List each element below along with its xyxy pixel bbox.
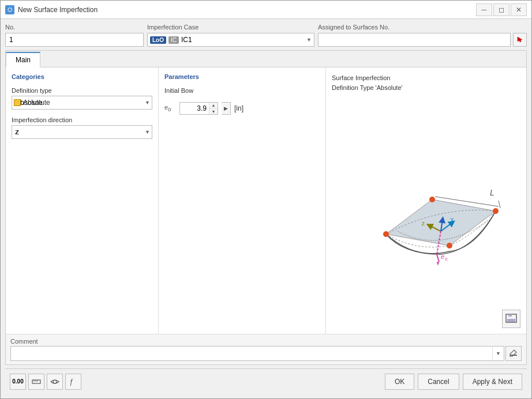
footer-actions: OK Cancel Apply & Next bbox=[385, 374, 522, 390]
categories-panel: Categories Definition type Absolute ▼ Ab… bbox=[6, 67, 159, 334]
comment-input-area: ▼ bbox=[10, 346, 522, 361]
apply-next-button[interactable]: Apply & Next bbox=[463, 374, 522, 390]
window-title: New Surface Imperfection bbox=[18, 6, 476, 14]
assigned-label: Assigned to Surfaces No. bbox=[318, 24, 527, 31]
edit-icon bbox=[509, 349, 518, 357]
svg-text:e: e bbox=[441, 253, 444, 260]
svg-text:z: z bbox=[422, 220, 425, 227]
definition-type-label: Definition type bbox=[12, 87, 152, 94]
diagram-line2: Definition Type 'Absolute' bbox=[332, 83, 520, 93]
svg-text:L: L bbox=[490, 188, 494, 197]
svg-text:y: y bbox=[451, 216, 454, 223]
e0-spinners: ▲ ▼ bbox=[209, 103, 218, 114]
diagram-image: L y z e 0 bbox=[332, 97, 520, 307]
svg-rect-22 bbox=[32, 380, 40, 383]
title-bar: ⬡ New Surface Imperfection ─ ◻ ✕ bbox=[1, 1, 531, 19]
svg-point-1 bbox=[383, 231, 389, 237]
imperfection-direction-label: Imperfection direction bbox=[12, 116, 152, 123]
tab-bar: Main bbox=[6, 51, 526, 67]
diagram-panel: Surface Imperfection Definition Type 'Ab… bbox=[326, 67, 526, 334]
svg-rect-19 bbox=[507, 319, 515, 322]
e0-spin-down[interactable]: ▼ bbox=[209, 108, 218, 114]
assigned-input[interactable] bbox=[318, 33, 511, 47]
imperfection-direction-wrapper: x y z ▼ z bbox=[12, 125, 152, 139]
e0-input-wrapper: ▲ ▼ bbox=[179, 102, 218, 115]
cursor-icon bbox=[516, 36, 524, 44]
ok-button[interactable]: OK bbox=[385, 374, 414, 390]
comment-dropdown-button[interactable]: ▼ bbox=[492, 347, 504, 360]
diagram-save-button[interactable] bbox=[502, 310, 520, 328]
main-content: No. Imperfection Case LoO IC IC1 ▼ Assig… bbox=[1, 19, 531, 398]
imperfection-case-dropdown[interactable]: LoO IC IC1 ▼ bbox=[147, 33, 314, 47]
initial-bow-label: Initial Bow bbox=[164, 87, 320, 94]
svg-text:0: 0 bbox=[445, 257, 448, 262]
e0-label: e0 bbox=[164, 104, 176, 112]
svg-point-4 bbox=[447, 243, 452, 249]
footer-bar: 0.00 bbox=[5, 368, 527, 394]
assigned-group: Assigned to Surfaces No. bbox=[318, 24, 527, 47]
svg-marker-15 bbox=[437, 262, 439, 266]
e0-arrow-button[interactable]: ▶ bbox=[222, 102, 231, 115]
definition-type-wrapper: Absolute ▼ Absolute bbox=[12, 96, 152, 110]
e0-unit: [in] bbox=[234, 104, 243, 112]
imperfection-diagram-svg: L y z e 0 bbox=[351, 136, 501, 269]
comment-edit-button[interactable] bbox=[505, 346, 522, 361]
ruler-icon bbox=[31, 377, 42, 387]
coordinates-icon: 0.00 bbox=[12, 378, 23, 385]
svg-point-2 bbox=[429, 197, 435, 202]
e0-spin-up[interactable]: ▲ bbox=[209, 103, 218, 108]
comment-label: Comment bbox=[10, 338, 522, 345]
e0-row: e0 ▲ ▼ ▶ [in] bbox=[164, 102, 320, 115]
parameters-title: Parameters bbox=[164, 73, 320, 80]
ruler-button[interactable] bbox=[28, 374, 44, 390]
e0-input[interactable] bbox=[180, 103, 209, 114]
assigned-clear-button[interactable] bbox=[513, 33, 527, 47]
diagram-line1: Surface Imperfection bbox=[332, 73, 520, 83]
close-button[interactable]: ✕ bbox=[511, 3, 527, 16]
diagram-text: Surface Imperfection Definition Type 'Ab… bbox=[332, 73, 520, 92]
imperfection-direction-select[interactable]: x y z bbox=[12, 125, 152, 139]
svg-line-6 bbox=[499, 201, 500, 208]
no-input[interactable] bbox=[5, 33, 144, 47]
top-row: No. Imperfection Case LoO IC IC1 ▼ Assig… bbox=[5, 24, 527, 47]
app-icon: ⬡ bbox=[5, 5, 14, 14]
svg-rect-20 bbox=[508, 314, 512, 317]
loo-badge: LoO bbox=[150, 36, 166, 44]
comment-group: Comment ▼ bbox=[10, 338, 522, 361]
tab-area: Main Categories Definition type Absolute… bbox=[5, 50, 527, 365]
main-window: ⬡ New Surface Imperfection ─ ◻ ✕ No. Imp… bbox=[0, 0, 532, 399]
diagram-save-area bbox=[332, 310, 520, 328]
svg-marker-0 bbox=[386, 200, 496, 246]
title-controls: ─ ◻ ✕ bbox=[476, 3, 527, 16]
view-button[interactable] bbox=[47, 374, 63, 390]
maximize-button[interactable]: ◻ bbox=[493, 3, 509, 16]
formula-icon: ƒ bbox=[68, 377, 78, 387]
cancel-button[interactable]: Cancel bbox=[418, 374, 459, 390]
imperfection-case-group: Imperfection Case LoO IC IC1 ▼ bbox=[147, 24, 314, 47]
svg-line-14 bbox=[437, 254, 439, 262]
no-label: No. bbox=[5, 24, 144, 31]
minimize-button[interactable]: ─ bbox=[476, 3, 492, 16]
coordinates-button[interactable]: 0.00 bbox=[10, 374, 26, 390]
tab-content-main: Categories Definition type Absolute ▼ Ab… bbox=[6, 67, 526, 334]
tab-main[interactable]: Main bbox=[6, 52, 40, 67]
footer-icons-group: 0.00 bbox=[10, 374, 381, 390]
ic-badge: IC bbox=[168, 36, 179, 44]
definition-type-select[interactable]: Absolute bbox=[12, 96, 152, 110]
ic-value: IC1 bbox=[181, 36, 312, 44]
comment-row: Comment ▼ bbox=[6, 334, 526, 364]
formula-button[interactable]: ƒ bbox=[65, 374, 81, 390]
categories-title: Categories bbox=[12, 73, 152, 80]
view-icon bbox=[50, 377, 60, 387]
svg-point-3 bbox=[493, 208, 499, 214]
imperfection-direction-row: Imperfection direction x y z ▼ z bbox=[12, 116, 152, 139]
save-diagram-icon bbox=[505, 314, 517, 324]
imperfection-case-label: Imperfection Case bbox=[147, 24, 314, 31]
svg-text:ƒ: ƒ bbox=[69, 378, 73, 386]
parameters-panel: Parameters Initial Bow e0 ▲ ▼ bbox=[159, 67, 326, 334]
comment-input-wrapper: ▼ bbox=[10, 346, 504, 361]
comment-input[interactable] bbox=[11, 348, 492, 359]
imperfection-dropdown-arrow: ▼ bbox=[306, 37, 312, 43]
definition-type-row: Definition type Absolute ▼ Absolute bbox=[12, 87, 152, 110]
no-field-group: No. bbox=[5, 24, 144, 47]
